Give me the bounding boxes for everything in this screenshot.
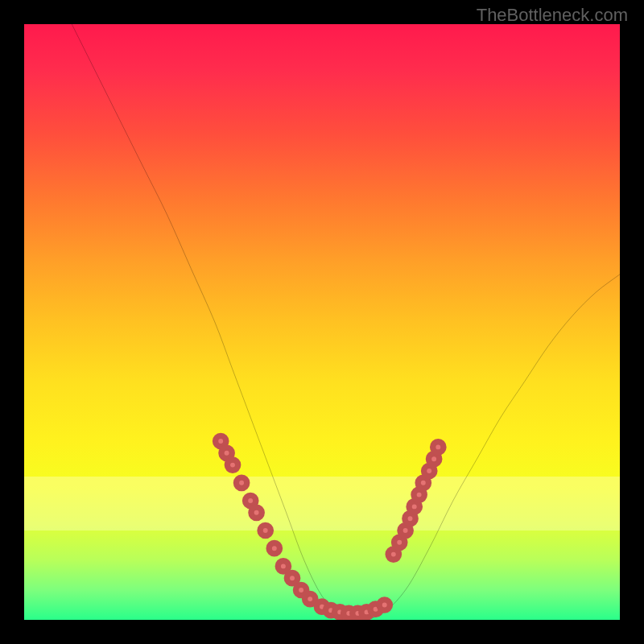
data-marker: [418, 477, 428, 488]
data-marker: [379, 600, 390, 610]
data-marker: [269, 543, 279, 554]
data-marker: [388, 549, 398, 559]
data-marker: [246, 495, 256, 506]
data-marker: [433, 442, 444, 452]
marker-cluster-left: [216, 436, 316, 604]
data-marker: [287, 573, 297, 584]
bottleneck-chart-svg: [24, 24, 620, 620]
marker-cluster-bottom: [316, 600, 390, 619]
chart-plot-area: [24, 24, 620, 620]
data-marker: [394, 537, 405, 547]
marker-cluster-right: [388, 442, 444, 560]
data-marker: [260, 525, 270, 535]
data-marker: [251, 507, 262, 518]
data-marker: [221, 448, 232, 458]
data-marker: [236, 477, 246, 488]
attribution-text: TheBottleneck.com: [477, 5, 628, 26]
bottleneck-curve-line: [72, 24, 620, 620]
data-marker: [216, 436, 226, 446]
data-marker: [305, 593, 316, 604]
data-marker: [278, 561, 288, 572]
data-marker: [227, 460, 237, 470]
